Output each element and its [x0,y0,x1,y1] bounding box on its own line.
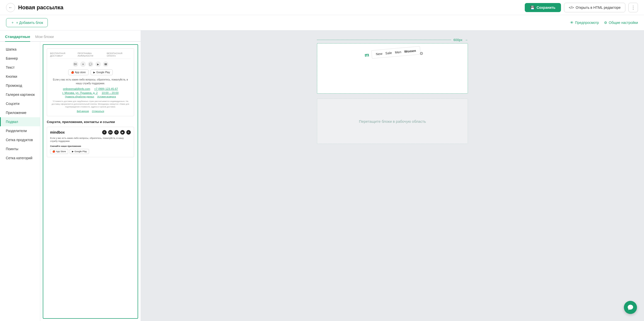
unsubscribe-link[interactable]: Отписаться [92,110,104,112]
google-play-button[interactable]: ▶ Google Play [91,69,113,75]
whatsapp-icon: 💬 [88,61,93,67]
skype-icon: ☎ [103,61,108,67]
sidebar-item-header[interactable]: Шапка [0,45,40,54]
preview-links: Правила обработки данных Условия возврат… [50,95,131,98]
mindbox-app-store-button[interactable]: 🍎 App Store [50,149,68,154]
chat-button[interactable] [624,301,637,314]
panel-inner: Шапка Баннер Текст Кнопки Промокод Галер… [0,42,141,321]
mb-send-icon: ✈ [126,130,131,135]
save-icon: 💾 [530,6,535,10]
mindbox-social-icons: ✈ ВК Ö ▶ ✈ [102,130,131,135]
topbar-delivery: БЕСПЛАТНАЯ ДОСТАВКА* [50,52,77,57]
preview-link[interactable]: 👁 Предпросмотр [570,21,599,25]
drop-zone-text: Перетащите блоки в рабочую область [359,119,426,124]
page-title: Новая рассылка [18,4,63,11]
mb-apple-icon: 🍎 [52,150,55,153]
preview-section: БЕСПЛАТНАЯ ДОСТАВКА* ПРОГРАММА ЛОЯЛЬНОСТ… [43,44,138,319]
nav-preview-floating: m New Sale Men Women ⊙ [364,46,421,59]
mindbox-download-label: Скачайте наше приложение [50,145,131,147]
ruler-arrow-right: → [465,38,468,42]
support-text: Если у вас есть какие-либо вопросы, обра… [50,78,131,85]
more-button[interactable]: ⋮ [628,3,638,12]
tab-bar: Стандартные Мои блоки [0,30,141,42]
sidebar-item-app[interactable]: Приложение [0,108,40,117]
sidebar-item-footer[interactable]: Подвал [0,117,40,126]
settings-link[interactable]: ⚙ Общие настройки [604,21,638,25]
mindbox-logo: mindbox [50,130,65,134]
youtube-icon: ▶ [95,61,101,67]
play-icon: ▶ [93,71,95,74]
header-left: ← Новая рассылка [6,3,63,12]
mindbox-google-play-button[interactable]: ▶ Google Play [70,149,89,154]
email-topbar: БЕСПЛАТНАЯ ДОСТАВКА* ПРОГРАММА ЛОЯЛЬНОСТ… [50,52,131,59]
mb-youtube-icon: ▶ [120,130,125,135]
email-preview-card-2[interactable]: mindbox ✈ ВК Ö ▶ ✈ Если у вас есть какие… [47,127,134,157]
sidebar-item-dividers[interactable]: Разделители [0,126,40,135]
sidebar-nav: Шапка Баннер Текст Кнопки Промокод Галер… [0,42,40,321]
tab-standard[interactable]: Стандартные [5,34,30,42]
back-button[interactable]: ← [6,3,15,12]
html-editor-button[interactable]: </> Открыть в HTML редакторе [564,3,625,12]
sidebar-item-points[interactable]: Поинты [0,144,40,153]
tab-my-blocks[interactable]: Мои блоки [35,34,54,42]
toolbar: ＋ + Добавить блок 👁 Предпросмотр ⚙ Общие… [0,15,644,30]
nav-item-new: New [376,52,382,56]
back-icon: ← [9,5,13,10]
mb-vk-icon: ВК [108,130,113,135]
ruler-line-left [317,40,451,40]
sidebar-item-gallery[interactable]: Галерея картинок [0,90,40,99]
return-policy-link[interactable]: Условия возврата [97,95,116,98]
app-buttons: 🍎 App store ▶ Google Play [50,69,131,75]
topbar-loyalty: ПРОГРАММА ЛОЯЛЬНОСТИ [77,52,107,57]
email-social-icons: ВК ✈ 💬 ▶ ☎ [50,61,131,67]
nav-menu: New Sale Men Women [371,46,421,59]
mindbox-header: mindbox ✈ ВК Ö ▶ ✈ [50,130,131,135]
sidebar-item-text[interactable]: Текст [0,63,40,72]
vk-icon: ВК [73,61,78,67]
topbar-payment: БЕЗОПАСНАЯ ОПЛАТА [107,52,131,57]
chat-icon [627,304,634,311]
address-contact: г. Москва, ул. Пушкина, д. 2 [62,91,98,94]
drop-zone: Перетащите блоки в рабочую область [317,99,468,144]
sidebar-item-buttons[interactable]: Кнопки [0,72,40,81]
contact-row-2: г. Москва, ул. Пушкина, д. 2 10:00 – 20:… [50,91,131,94]
plus-icon: ＋ [11,20,14,25]
sidebar-item-banner[interactable]: Баннер [0,54,40,63]
right-canvas: 600px → m New Sale Men Women ⊙ Перетащит… [141,30,644,321]
sidebar-item-promo[interactable]: Промокод [0,81,40,90]
telegram-icon: ✈ [80,61,86,67]
add-block-button[interactable]: ＋ + Добавить блок [6,18,48,27]
main-layout: Стандартные Мои блоки Шапка Баннер Текст… [0,30,644,321]
nav-logo: m [364,52,369,58]
mb-ok-icon: Ö [114,130,119,135]
mb-play-icon: ▶ [72,150,74,153]
mindbox-support-text: Если у вас есть какие-либо вопросы, обра… [50,137,131,143]
weblinks: Веб-версия Отписаться [50,110,131,112]
ruler-label: 600px [451,38,465,42]
web-version-link[interactable]: Веб-версия [77,110,89,112]
gear-icon: ⚙ [604,21,607,25]
left-panel: Стандартные Мои блоки Шапка Баннер Текст… [0,30,141,321]
sidebar-item-products[interactable]: Сетка продуктов [0,135,40,144]
contact-row-1: onlineemail@info.com +7 (999) 123-45-67 [50,87,131,90]
data-policy-link[interactable]: Правила обработки данных [65,95,94,98]
hours-contact: 10:00 – 20:00 [102,91,118,94]
mindbox-app-buttons: 🍎 App Store ▶ Google Play [50,149,131,154]
nav-item-sale: Sale [385,51,392,55]
sidebar-item-social[interactable]: Соцсети [0,99,40,108]
toolbar-left: ＋ + Добавить блок [6,18,48,27]
footer-disclaimer: *Стоимость доставки для зарубежных стран… [50,100,131,108]
email-contact: onlineemail@info.com [63,87,90,90]
canvas-dashed-box: m New Sale Men Women ⊙ [317,43,468,94]
nav-item-women: Women [404,49,416,54]
cursor-icon: ⊙ [420,51,423,56]
canvas-ruler: 600px → [317,38,468,42]
html-icon: </> [569,6,574,10]
preview-section-label: Соцсети, приложения, контакты и ссылки [47,120,134,124]
email-preview-card-1[interactable]: БЕСПЛАТНАЯ ДОСТАВКА* ПРОГРАММА ЛОЯЛЬНОСТ… [47,48,134,116]
sidebar-item-categories[interactable]: Сетка категорий [0,153,40,163]
nav-item-men: Men [395,50,401,54]
toolbar-right: 👁 Предпросмотр ⚙ Общие настройки [570,21,638,25]
save-button[interactable]: 💾 Сохранить [525,3,561,12]
app-store-button[interactable]: 🍎 App store [68,69,89,75]
